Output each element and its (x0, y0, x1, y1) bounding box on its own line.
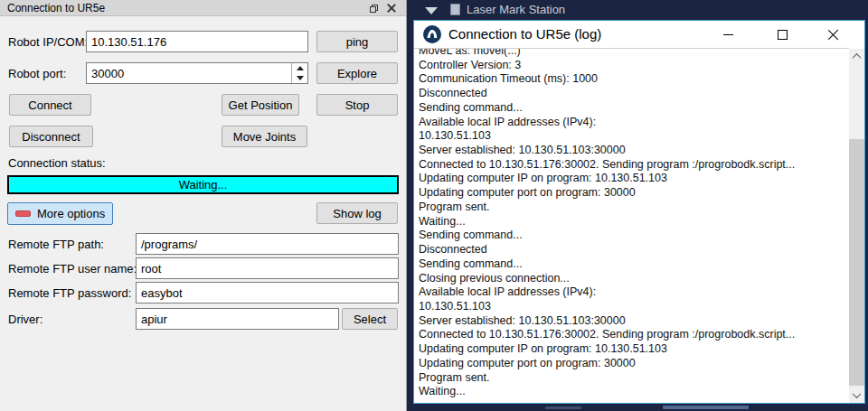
status-text: Waiting... (179, 178, 228, 191)
show-log-button[interactable]: Show log (316, 202, 398, 224)
log-line: Server established: 10.130.51.103:30000 (414, 314, 849, 329)
background-blur-content (663, 406, 749, 409)
ping-button[interactable]: ping (316, 31, 398, 52)
log-line: Sending command... (414, 229, 849, 243)
chevron-up-icon (853, 53, 862, 62)
log-line: Waiting... (414, 385, 849, 399)
maximize-icon (778, 30, 788, 40)
status-bar: Waiting... (7, 175, 399, 194)
move-joints-button[interactable]: Move Joints (222, 126, 307, 147)
background-window-titlebar: Laser Mark Station (401, 0, 868, 20)
log-line: Waiting... (414, 215, 849, 229)
panel-title: Connection to UR5e (7, 0, 105, 16)
log-line: 10.130.51.103 (414, 129, 849, 144)
chevron-down-icon (425, 7, 438, 14)
close-window-button[interactable] (814, 21, 852, 48)
log-scrollbar[interactable] (849, 49, 864, 403)
stop-button[interactable]: Stop (316, 94, 398, 116)
explore-button[interactable]: Explore (316, 62, 398, 84)
driver-label: Driver: (8, 313, 42, 326)
restore-icon (370, 5, 378, 13)
log-line: Sending command... (414, 101, 849, 116)
robot-ip-label: Robot IP/COM: (8, 35, 88, 49)
robodk-logo-icon (423, 25, 441, 43)
log-line: 10.130.51.103 (414, 300, 849, 314)
log-window-title: Connection to UR5e (log) (448, 26, 601, 42)
ftp-user-label: Remote FTP user name: (8, 262, 137, 276)
log-titlebar[interactable]: Connection to UR5e (log) (414, 21, 864, 48)
ftp-password-label: Remote FTP password: (8, 286, 131, 300)
log-line: Disconnected (414, 87, 849, 101)
log-line: Program sent. (414, 201, 849, 215)
robot-port-input[interactable] (86, 62, 308, 84)
log-line: Connected to 10.130.51.176:30002. Sendin… (414, 328, 849, 342)
background-blur-content (545, 406, 581, 409)
log-line: Disconnected (414, 243, 849, 257)
ftp-user-input[interactable] (136, 257, 399, 279)
ftp-path-input[interactable] (136, 233, 399, 255)
more-options-label: More options (37, 207, 105, 220)
log-window: Connection to UR5e (log) MoveL as: movel… (413, 20, 865, 404)
log-line: MoveL as: movel(...) (414, 48, 849, 59)
minimize-icon (723, 34, 733, 35)
background-window-title: Laser Mark Station (467, 3, 565, 16)
spin-down-button[interactable] (292, 73, 308, 83)
get-position-button[interactable]: Get Position (222, 94, 299, 116)
connection-panel: Connection to UR5e Robot IP/COM: ping Ro… (0, 0, 407, 411)
log-line: Program sent. (414, 371, 849, 386)
log-line: Connected to 10.130.51.176:30002. Sendin… (414, 158, 849, 173)
ftp-password-input[interactable] (136, 282, 399, 304)
spin-up-button[interactable] (292, 63, 308, 73)
log-line: Controller Version: 3 (414, 59, 849, 73)
triangle-up-icon (297, 66, 304, 70)
maximize-button[interactable] (763, 21, 801, 48)
minimize-button[interactable] (709, 21, 747, 48)
driver-input[interactable] (136, 308, 339, 330)
close-panel-button[interactable] (384, 2, 399, 14)
log-line: Updating computer IP on program: 10.130.… (414, 342, 849, 357)
scrollbar-thumb[interactable] (849, 139, 864, 386)
window-icon (450, 4, 460, 15)
log-line: Sending command... (414, 257, 849, 272)
panel-titlebar: Connection to UR5e (0, 0, 406, 16)
scroll-up-button[interactable] (849, 49, 864, 64)
robot-ip-input[interactable] (86, 31, 308, 52)
close-icon (827, 29, 839, 41)
triangle-down-icon (297, 76, 304, 80)
log-line: Closing previous connection... (414, 272, 849, 286)
select-button[interactable]: Select (342, 308, 398, 330)
log-line: Available local IP addresses (IPv4): (414, 116, 849, 130)
log-line: Updating computer port on program: 30000 (414, 357, 849, 371)
background-window-content (401, 404, 868, 411)
close-icon (387, 4, 396, 13)
log-lines[interactable]: MoveL as: movel(...)Controller Version: … (414, 48, 849, 403)
log-line: Available local IP addresses (IPv4): (414, 285, 849, 300)
chevron-down-icon (853, 389, 862, 398)
log-line: Updating computer IP on program: 10.130.… (414, 172, 849, 186)
log-line: Updating computer port on program: 30000 (414, 186, 849, 201)
scroll-down-button[interactable] (849, 388, 864, 403)
ftp-path-label: Remote FTP path: (8, 238, 104, 251)
connection-status-label: Connection status: (8, 156, 106, 170)
float-window-button[interactable] (366, 2, 381, 14)
collapse-minus-icon (15, 210, 31, 217)
connect-button[interactable]: Connect (9, 94, 91, 116)
log-line: Communication Timeout (ms): 1000 (414, 72, 849, 87)
robot-port-label: Robot port: (8, 67, 66, 80)
more-options-button[interactable]: More options (7, 202, 113, 225)
disconnect-button[interactable]: Disconnect (9, 126, 93, 147)
log-line: Server established: 10.130.51.103:30000 (414, 144, 849, 158)
port-spinner (291, 63, 307, 83)
